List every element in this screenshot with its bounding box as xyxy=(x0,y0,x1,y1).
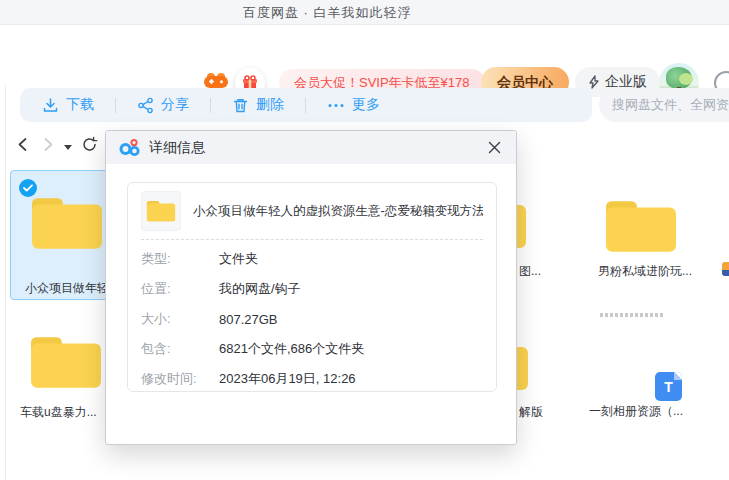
trash-icon xyxy=(232,97,249,114)
share-label: 分享 xyxy=(161,96,189,114)
file-name: 小众项目做年轻人的虚拟资源生意-恋爱秘籍变现方法 xyxy=(193,203,483,220)
details-card: 小众项目做年轻人的虚拟资源生意-恋爱秘籍变现方法 类型: 文件夹 位置: 我的网… xyxy=(127,182,497,392)
detail-label: 包含: xyxy=(141,340,219,358)
detail-row-location: 位置: 我的网盘/钩子 xyxy=(141,274,483,304)
download-icon xyxy=(42,97,59,114)
delete-label: 删除 xyxy=(256,96,284,114)
detail-label: 类型: xyxy=(141,250,219,268)
window-titlebar: 百度网盘 · 白羊我如此轻浮 xyxy=(0,0,729,25)
dialog-header: 详细信息 xyxy=(106,131,516,164)
detail-value: 我的网盘/钩子 xyxy=(219,280,301,298)
history-caret-icon[interactable] xyxy=(64,145,72,150)
refresh-button[interactable] xyxy=(81,136,98,153)
search-box xyxy=(599,88,729,122)
window-title: 百度网盘 · 白羊我如此轻浮 xyxy=(243,4,412,22)
more-button[interactable]: 更多 xyxy=(323,96,384,114)
text-file-letter: T xyxy=(664,379,673,395)
toolbar-divider xyxy=(210,98,211,113)
detail-row-contains: 包含: 6821个文件,686个文件夹 xyxy=(141,334,483,364)
file-summary-row: 小众项目做年轻人的虚拟资源生意-恋爱秘籍变现方法 xyxy=(128,183,496,239)
detail-value: 2023年06月19日, 12:26 xyxy=(219,370,356,388)
delete-button[interactable]: 删除 xyxy=(228,96,288,114)
folder-icon[interactable] xyxy=(604,198,678,254)
detail-row-type: 类型: 文件夹 xyxy=(141,244,483,274)
file-tile-label-fragment: 解版 xyxy=(519,404,543,421)
baidu-netdisk-logo-icon xyxy=(119,138,141,157)
share-button[interactable]: 分享 xyxy=(133,96,193,114)
file-toolbar: 下载 分享 删除 更多 xyxy=(20,88,592,122)
toolbar-divider xyxy=(305,98,306,113)
download-label: 下载 xyxy=(66,96,94,114)
clipped-item-fragment xyxy=(722,262,729,276)
detail-row-size: 大小: 807.27GB xyxy=(141,304,483,334)
dialog-title: 详细信息 xyxy=(149,139,205,157)
detail-rows: 类型: 文件夹 位置: 我的网盘/钩子 大小: 807.27GB 包含: 682… xyxy=(128,240,496,394)
baidu-netdisk-window: 百度网盘 · 白羊我如此轻浮 会员大促！SVIP年卡低至¥178 会员中心 xyxy=(0,0,729,480)
file-tile-label: 车载u盘暴力... xyxy=(20,404,97,421)
forward-button[interactable] xyxy=(42,137,55,152)
avatar-art xyxy=(679,73,693,85)
detail-label: 大小: xyxy=(141,310,219,328)
file-tile-label-fragment: 图... xyxy=(519,263,541,280)
toolbar-divider xyxy=(115,98,116,113)
folder-icon[interactable] xyxy=(29,334,103,390)
detail-value: 807.27GB xyxy=(219,312,278,327)
file-icon-box xyxy=(141,191,181,231)
app-header: 会员大促！SVIP年卡低至¥178 会员中心 企业版 SVIP1 xyxy=(0,25,729,85)
blurred-text xyxy=(600,313,664,317)
details-dialog: 详细信息 小众项目做年轻人的虚拟资源生意-恋爱秘籍变现方法 类型: 文件 xyxy=(105,130,517,445)
close-icon[interactable] xyxy=(485,139,503,157)
enterprise-icon xyxy=(588,75,600,89)
detail-label: 修改时间: xyxy=(141,370,219,388)
file-tile-label: 男粉私域进阶玩... xyxy=(598,263,692,280)
detail-value: 文件夹 xyxy=(219,250,258,268)
detail-row-modified: 修改时间: 2023年06月19日, 12:26 xyxy=(141,364,483,394)
more-icon xyxy=(327,97,345,114)
search-input[interactable] xyxy=(612,88,729,120)
detail-value: 6821个文件,686个文件夹 xyxy=(219,340,364,358)
folder-icon xyxy=(146,199,176,223)
file-tile-label: 一刻相册资源（... xyxy=(589,403,683,420)
share-icon xyxy=(137,97,154,114)
detail-label: 位置: xyxy=(141,280,219,298)
text-file-icon[interactable]: T xyxy=(655,372,682,401)
download-button[interactable]: 下载 xyxy=(38,96,98,114)
panel-divider xyxy=(5,85,6,480)
more-label: 更多 xyxy=(352,96,380,114)
folder-icon xyxy=(30,195,104,251)
back-button[interactable] xyxy=(16,137,29,152)
